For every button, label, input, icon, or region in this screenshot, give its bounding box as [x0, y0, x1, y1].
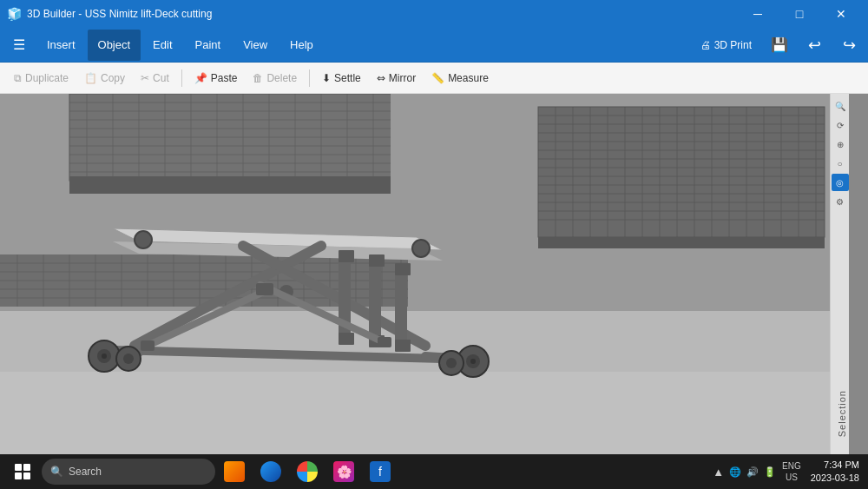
edge-icon [260, 461, 281, 482]
svg-rect-103 [339, 333, 354, 345]
window-title: 3D Builder - USS Nimitz lift-Deck cuttin… [27, 8, 212, 20]
settle-icon: ⬇ [322, 72, 331, 84]
svg-point-96 [470, 359, 476, 364]
add-icon[interactable]: ⊕ [832, 135, 849, 153]
delete-button[interactable]: 🗑 Delete [246, 65, 304, 91]
svg-marker-29 [391, 94, 521, 311]
photos-icon: 🌸 [333, 461, 354, 482]
toolbar-separator-1 [181, 69, 182, 87]
svg-rect-28 [69, 176, 434, 194]
taskbar: 🔍 Search 🌸 f ▲ 🌐 🔊 🔋 ENG US 7: [0, 454, 868, 489]
svg-point-98 [123, 354, 134, 364]
svg-rect-114 [378, 337, 391, 347]
3d-builder-icon: f [370, 461, 391, 482]
save-icon: 💾 [771, 36, 788, 53]
clock-display[interactable]: 7:34 PM 2023-03-18 [807, 459, 863, 486]
taskbar-app-3dbuilder[interactable]: f [363, 456, 398, 487]
clock-date: 2023-03-18 [811, 472, 859, 485]
windows-logo-icon [15, 464, 30, 479]
store-icon [297, 461, 318, 482]
system-tray: ▲ 🌐 🔊 🔋 [713, 466, 776, 479]
paste-icon: 📌 [194, 72, 207, 84]
settings-icon[interactable]: ⚙ [832, 193, 849, 210]
target-icon[interactable]: ◎ [832, 174, 849, 191]
circle-icon[interactable]: ○ [832, 155, 849, 172]
toolbar-separator-2 [309, 69, 310, 87]
main-area: 🔍 ⟳ ⊕ ○ ◎ ⚙ Selection [0, 94, 868, 454]
tray-chevron-icon[interactable]: ▲ [713, 466, 724, 479]
battery-icon[interactable]: 🔋 [764, 466, 776, 478]
rotate-icon[interactable]: ⟳ [832, 116, 849, 134]
copy-button[interactable]: 📋 Copy [77, 65, 132, 91]
cut-button[interactable]: ✂ Cut [134, 65, 176, 91]
menu-item-view[interactable]: View [233, 30, 278, 61]
selection-label: Selection [837, 390, 847, 437]
svg-rect-102 [339, 250, 354, 262]
zoom-icon[interactable]: 🔍 [832, 97, 849, 115]
search-bar[interactable]: 🔍 Search [42, 459, 215, 485]
save-button[interactable]: 💾 [764, 30, 795, 61]
start-button[interactable] [5, 456, 40, 487]
maximize-button[interactable]: □ [779, 0, 819, 28]
svg-point-93 [102, 354, 107, 359]
measure-icon: 📏 [431, 72, 444, 84]
redo-button[interactable]: ↪ [833, 30, 865, 61]
svg-rect-109 [395, 340, 411, 352]
menu-item-paint[interactable]: Paint [185, 30, 232, 61]
taskbar-right: ▲ 🌐 🔊 🔋 ENG US 7:34 PM 2023-03-18 [713, 459, 863, 486]
header-right: 🖨 3D Print 💾 ↩ ↪ [692, 30, 865, 61]
settle-button[interactable]: ⬇ Settle [315, 65, 368, 91]
paste-button[interactable]: 📌 Paste [187, 65, 245, 91]
copy-icon: 📋 [84, 72, 97, 84]
close-button[interactable]: ✕ [821, 0, 861, 28]
file-explorer-icon [224, 461, 245, 482]
search-icon: 🔍 [50, 466, 63, 478]
menu-item-object[interactable]: Object [88, 30, 141, 61]
taskbar-app-explorer[interactable] [217, 456, 252, 487]
menu-item-edit[interactable]: Edit [142, 30, 182, 61]
taskbar-app-edge[interactable] [253, 456, 288, 487]
print-icon: 🖨 [700, 39, 711, 51]
svg-rect-30 [538, 107, 825, 237]
svg-rect-107 [395, 268, 407, 344]
svg-point-115 [135, 231, 152, 248]
search-placeholder: Search [69, 466, 102, 478]
print-3d-button[interactable]: 🖨 3D Print [692, 31, 760, 59]
svg-marker-60 [538, 237, 825, 248]
menu-bar: ☰ Insert Object Edit Paint View Help 🖨 3… [0, 28, 868, 63]
clock-time: 7:34 PM [811, 459, 859, 472]
taskbar-app-store[interactable] [290, 456, 325, 487]
viewport[interactable]: 🔍 ⟳ ⊕ ○ ◎ ⚙ Selection [0, 94, 849, 454]
mirror-icon: ⇔ [377, 72, 385, 84]
right-side-panel: 🔍 ⟳ ⊕ ○ ◎ ⚙ Selection [830, 94, 849, 454]
minimize-button[interactable]: ─ [738, 0, 778, 28]
app-logo-icon: 🧊 [7, 7, 22, 21]
svg-rect-112 [256, 283, 273, 295]
svg-rect-104 [369, 259, 381, 341]
sound-icon[interactable]: 🔊 [746, 466, 759, 478]
toolbar: ⧉ Duplicate 📋 Copy ✂ Cut 📌 Paste 🗑 Delet… [0, 63, 868, 94]
scene-svg [0, 94, 849, 454]
title-bar-left: 🧊 3D Builder - USS Nimitz lift-Deck cutt… [7, 7, 212, 21]
mirror-button[interactable]: ⇔ Mirror [370, 65, 423, 91]
undo-button[interactable]: ↩ [799, 30, 830, 61]
svg-rect-113 [141, 340, 155, 351]
cut-icon: ✂ [141, 72, 149, 84]
menu-item-help[interactable]: Help [279, 30, 324, 61]
svg-point-116 [412, 240, 430, 257]
svg-point-100 [446, 358, 457, 368]
delete-icon: 🗑 [253, 72, 263, 84]
hamburger-menu-button[interactable]: ☰ [3, 30, 35, 61]
title-bar: 🧊 3D Builder - USS Nimitz lift-Deck cutt… [0, 0, 868, 28]
duplicate-button[interactable]: ⧉ Duplicate [7, 65, 76, 91]
undo-icon: ↩ [808, 36, 821, 55]
network-icon[interactable]: 🌐 [729, 466, 741, 478]
redo-icon: ↪ [843, 36, 856, 55]
menu-item-insert[interactable]: Insert [36, 30, 86, 61]
measure-button[interactable]: 📏 Measure [424, 65, 496, 91]
svg-rect-105 [369, 254, 385, 267]
duplicate-icon: ⧉ [14, 72, 22, 84]
language-indicator[interactable]: ENG US [779, 460, 804, 483]
title-bar-controls: ─ □ ✕ [738, 0, 861, 28]
taskbar-app-photos[interactable]: 🌸 [326, 456, 361, 487]
